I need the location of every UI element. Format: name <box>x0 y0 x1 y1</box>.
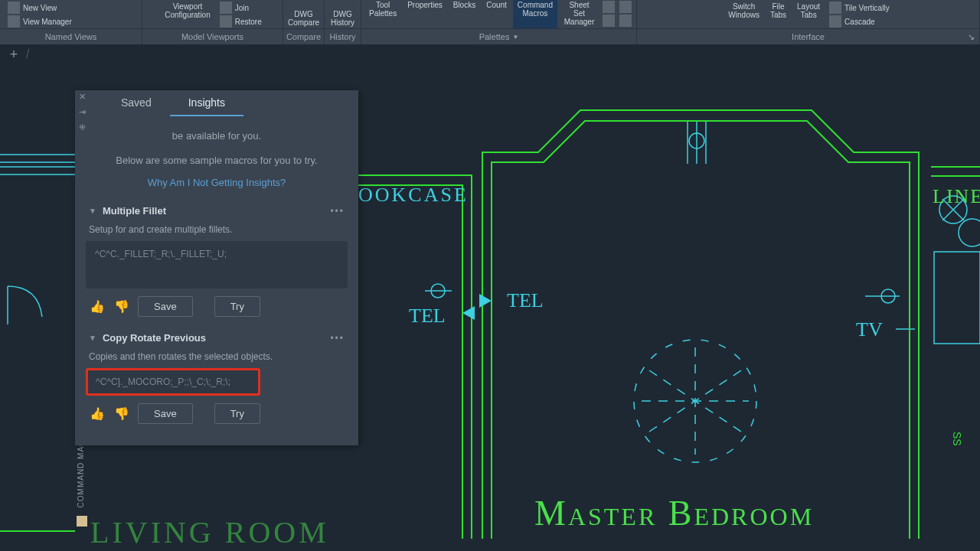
save-button[interactable]: Save <box>138 296 193 317</box>
panel-dock-icon[interactable]: ⇥ <box>77 107 87 118</box>
macro-card-multiple-fillet: ▼ Multiple Fillet ••• Setup for and crea… <box>86 201 348 320</box>
palette-icon-3[interactable] <box>619 1 632 13</box>
intro-text-1: be available for you. <box>92 129 341 144</box>
intro-text-2: Below are some sample macros for you to … <box>92 153 341 168</box>
tile-vertically-button[interactable]: Tile Vertically <box>826 1 893 15</box>
chevron-down-icon[interactable]: ▼ <box>89 207 96 215</box>
svg-marker-25 <box>479 294 492 308</box>
panel-close-icon[interactable]: ✕ <box>77 92 87 103</box>
count-button[interactable]: Count <box>482 0 511 28</box>
thumbs-down-icon[interactable]: 👎 <box>113 406 130 422</box>
chevron-down-icon[interactable]: ▼ <box>89 334 96 342</box>
properties-button[interactable]: Properties <box>403 0 447 28</box>
panel-tabs: Saved Insights <box>103 90 358 116</box>
svg-rect-21 <box>934 252 980 344</box>
macro-menu-icon[interactable]: ••• <box>330 206 345 217</box>
macro-description: Setup for and create multiple fillets. <box>86 221 348 241</box>
macro-code-block-highlighted[interactable]: ^C^C]._MOCORO;_P;;\_C;\;_R;\; <box>86 368 260 396</box>
new-tab-button[interactable]: + <box>6 47 21 62</box>
panel-settings-icon[interactable]: ⁜ <box>77 122 87 133</box>
join-icon <box>220 2 232 14</box>
macro-description: Copies and then rotates the selected obj… <box>86 348 348 368</box>
try-button[interactable]: Try <box>214 403 260 424</box>
tool-palettes-button[interactable]: Tool Palettes <box>364 0 401 28</box>
macro-card-copy-rotate: ▼ Copy Rotate Previous ••• Copies and th… <box>86 328 348 427</box>
file-tabs-button[interactable]: File Tabs <box>766 1 791 28</box>
restore-button[interactable]: Restore <box>217 15 265 28</box>
document-tabbar: + / <box>0 44 980 64</box>
interface-expand-icon[interactable]: ↘ <box>968 32 975 42</box>
layout-tabs-button[interactable]: Layout Tabs <box>792 1 825 28</box>
cascade-icon <box>829 15 841 28</box>
insights-help-link[interactable]: Why Am I Not Getting Insights? <box>86 177 348 188</box>
viewport-config-button[interactable]: Viewport Configuration <box>160 1 214 28</box>
svg-text:SS: SS <box>951 432 963 446</box>
save-button[interactable]: Save <box>138 403 193 424</box>
palette-icon-1[interactable] <box>603 1 615 13</box>
view-manager-icon <box>8 15 20 28</box>
svg-marker-24 <box>462 306 475 320</box>
view-manager-button[interactable]: View Manager <box>5 15 75 28</box>
tile-v-icon <box>829 2 841 14</box>
thumbs-down-icon[interactable]: 👎 <box>113 298 130 315</box>
thumbs-up-icon[interactable]: 👍 <box>89 298 106 315</box>
thumbs-up-icon[interactable]: 👍 <box>89 406 106 422</box>
panel-window-controls: ✕ ⇥ ⁜ <box>77 92 87 133</box>
tab-saved[interactable]: Saved <box>103 90 170 116</box>
command-macros-panel: Saved Insights be available for you. Bel… <box>75 90 358 445</box>
tab-insights[interactable]: Insights <box>170 90 243 116</box>
sheet-set-button[interactable]: Sheet Set Manager <box>559 0 599 28</box>
macro-menu-icon[interactable]: ••• <box>330 333 345 344</box>
blocks-button[interactable]: Blocks <box>449 0 480 28</box>
svg-point-20 <box>959 219 980 246</box>
macro-title: Copy Rotate Previous <box>103 332 330 344</box>
panel-side-icon[interactable] <box>77 516 87 527</box>
switch-windows-button[interactable]: Switch Windows <box>724 1 764 28</box>
palette-icon-2[interactable] <box>603 15 615 27</box>
macro-title: Multiple Fillet <box>103 205 330 217</box>
cascade-button[interactable]: Cascade <box>826 15 893 28</box>
ribbon: New View View Manager Viewport Configura… <box>0 0 980 29</box>
tab-separator: / <box>26 47 29 61</box>
macro-code-block[interactable]: ^C^C._FILLET;_R;\._FILLET;_U; <box>86 241 348 289</box>
command-macros-button[interactable]: Command Macros <box>513 0 557 28</box>
palettes-expand-icon[interactable]: ▼ <box>512 34 518 41</box>
ribbon-group-labels: Named Views Model Viewports Compare Hist… <box>0 29 980 44</box>
restore-icon <box>220 15 232 28</box>
join-button[interactable]: Join <box>217 1 265 15</box>
dwg-compare-button[interactable]: DWG Compare <box>283 8 324 28</box>
new-view-button[interactable]: New View <box>5 1 60 15</box>
dwg-history-button[interactable]: DWG History <box>326 8 359 28</box>
new-view-icon <box>8 2 20 14</box>
palette-icon-4[interactable] <box>619 15 632 27</box>
try-button[interactable]: Try <box>214 296 260 317</box>
